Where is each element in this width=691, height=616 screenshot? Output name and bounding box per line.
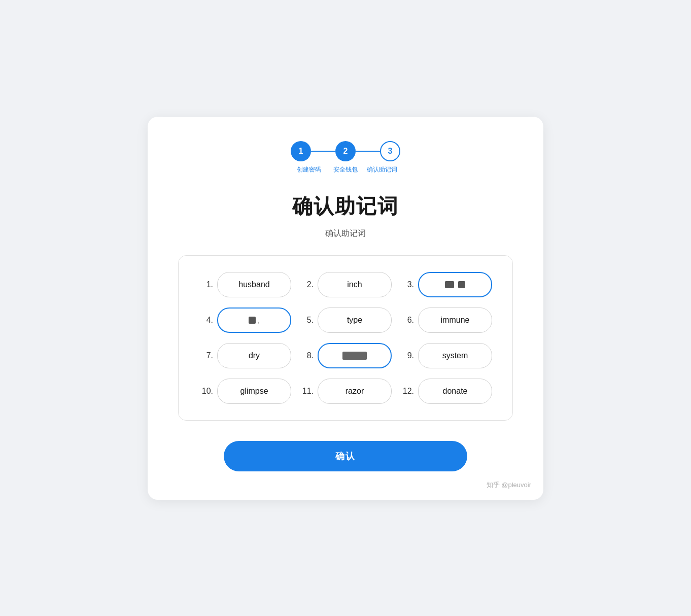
main-card: 1 2 3 创建密码 安全钱包 确认助记词 确认助记词 确认助记词 1. <box>148 117 543 500</box>
step-1-number: 1 <box>299 147 303 156</box>
mnemonic-number-6: 6. <box>400 316 414 325</box>
watermark: 知乎 @pleuvoir <box>487 481 531 490</box>
mnemonic-item-2: 2. inch <box>299 272 392 297</box>
mnemonic-word-1[interactable]: husband <box>217 272 291 297</box>
mnemonic-number-4: 4. <box>199 316 213 325</box>
mnemonic-word-10[interactable]: glimpse <box>217 379 291 404</box>
mnemonic-number-7: 7. <box>199 351 213 360</box>
redacted-3a <box>445 281 454 288</box>
mnemonic-word-12[interactable]: donate <box>418 379 492 404</box>
mnemonic-number-9: 9. <box>400 351 414 360</box>
redacted-4 <box>249 317 256 324</box>
step-line-2 <box>356 151 380 152</box>
mnemonic-item-7: 7. dry <box>199 343 291 368</box>
mnemonic-item-3: 3. <box>400 272 492 297</box>
mnemonic-item-5: 5. type <box>299 307 392 333</box>
redacted-3b <box>458 281 465 288</box>
step-line-1 <box>311 151 335 152</box>
mnemonic-word-2[interactable]: inch <box>318 272 392 297</box>
mnemonic-word-8[interactable] <box>318 343 392 368</box>
step-3-label: 确认助记词 <box>364 165 400 174</box>
stepper-labels: 创建密码 安全钱包 确认助记词 <box>291 165 400 174</box>
mnemonic-item-9: 9. system <box>400 343 492 368</box>
mnemonic-word-11[interactable]: razor <box>318 379 392 404</box>
stepper-circles: 1 2 3 <box>291 141 400 161</box>
mnemonic-grid: 1. husband 2. inch 3. <box>199 272 492 404</box>
mnemonic-item-6: 6. immune <box>400 307 492 333</box>
step-2-circle: 2 <box>335 141 356 161</box>
confirm-button[interactable]: 确认 <box>224 441 467 471</box>
mnemonic-item-12: 12. donate <box>400 379 492 404</box>
mnemonic-number-8: 8. <box>299 351 314 360</box>
mnemonic-item-4: 4. , <box>199 307 291 333</box>
mnemonic-word-7[interactable]: dry <box>217 343 291 368</box>
mnemonic-item-10: 10. glimpse <box>199 379 291 404</box>
mnemonic-container: 1. husband 2. inch 3. <box>178 255 513 421</box>
mnemonic-word-6[interactable]: immune <box>418 307 492 333</box>
step-2-label: 安全钱包 <box>327 165 364 174</box>
mnemonic-number-12: 12. <box>400 387 414 396</box>
mnemonic-number-1: 1. <box>199 280 213 289</box>
mnemonic-word-5[interactable]: type <box>318 307 392 333</box>
step-3-number: 3 <box>388 147 393 156</box>
mnemonic-item-11: 11. razor <box>299 379 392 404</box>
stepper: 1 2 3 创建密码 安全钱包 确认助记词 <box>178 141 513 174</box>
mnemonic-word-3[interactable] <box>418 272 492 297</box>
page-title: 确认助记词 <box>178 192 513 220</box>
mnemonic-number-10: 10. <box>199 387 213 396</box>
step-2-number: 2 <box>343 147 348 156</box>
mnemonic-number-2: 2. <box>299 280 314 289</box>
step-1-label: 创建密码 <box>291 165 327 174</box>
cursor-4: , <box>258 316 260 325</box>
mnemonic-word-4[interactable]: , <box>217 307 291 333</box>
step-1-circle: 1 <box>291 141 311 161</box>
step-3-circle: 3 <box>380 141 400 161</box>
mnemonic-word-9[interactable]: system <box>418 343 492 368</box>
mnemonic-number-3: 3. <box>400 280 414 289</box>
mnemonic-number-5: 5. <box>299 316 314 325</box>
mnemonic-number-11: 11. <box>299 387 314 396</box>
redacted-8 <box>342 352 367 360</box>
page-subtitle: 确认助记词 <box>178 228 513 239</box>
mnemonic-item-1: 1. husband <box>199 272 291 297</box>
mnemonic-item-8: 8. <box>299 343 392 368</box>
